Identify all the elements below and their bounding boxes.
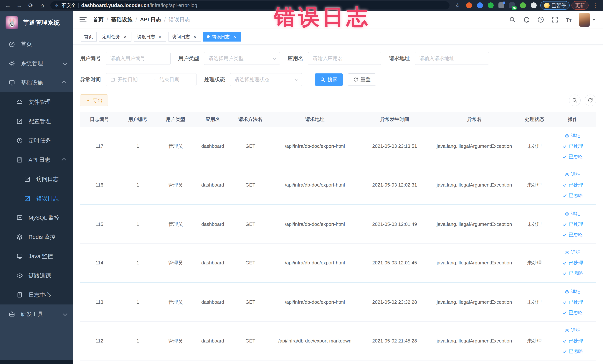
- sidebar-item-file-management[interactable]: 文件管理: [0, 92, 73, 112]
- export-button[interactable]: 导出: [80, 94, 108, 106]
- security-label[interactable]: 不安全: [61, 2, 76, 9]
- processed-link[interactable]: 已处理: [551, 336, 595, 346]
- sidebar-item-trace[interactable]: 链路追踪: [0, 266, 73, 285]
- table-cell: java.lang.IllegalArgumentException: [429, 282, 520, 322]
- start-date-placeholder: 开始日期: [118, 76, 150, 83]
- fullscreen-icon[interactable]: [551, 16, 558, 23]
- tag-access-log[interactable]: 访问日志×: [169, 32, 201, 42]
- blue-shield-extension-icon[interactable]: [476, 2, 483, 9]
- sidebar-item-error-log[interactable]: 错误日志: [0, 189, 73, 208]
- breadcrumb-item-0[interactable]: 首页: [93, 16, 104, 23]
- table-cell: 管理员: [157, 282, 194, 322]
- table-cell: dashboard: [194, 205, 231, 244]
- help-icon[interactable]: ?: [537, 16, 545, 23]
- user-type-select[interactable]: 请选择用户类型: [204, 52, 280, 65]
- sidebar-item-mysql-monitor[interactable]: MySQL 监控: [0, 208, 73, 227]
- sidebar-item-redis-monitor[interactable]: Redis 监控: [0, 227, 73, 247]
- sidebar-item-scheduled-tasks[interactable]: 定时任务: [0, 131, 73, 150]
- detail-link[interactable]: 详细: [551, 287, 595, 297]
- sidebar-item-log-center[interactable]: 日志中心: [0, 285, 73, 305]
- detail-link[interactable]: 详细: [551, 169, 595, 180]
- breadcrumb: 首页/基础设施/API 日志/错误日志: [93, 16, 190, 23]
- app-name-input[interactable]: 请输入应用名: [308, 52, 381, 65]
- search-toggle-button[interactable]: [569, 94, 580, 106]
- update-chip[interactable]: 更新: [571, 1, 589, 10]
- table-cell: 管理员: [157, 322, 194, 361]
- home-icon[interactable]: ⌂: [37, 1, 47, 10]
- gear-icon: [9, 60, 15, 67]
- processed-link[interactable]: 已处理: [551, 258, 595, 268]
- detail-link[interactable]: 详细: [551, 325, 595, 336]
- app-logo[interactable]: 🐰 芋道管理系统: [0, 11, 73, 35]
- address-bar[interactable]: ⚠ 不安全 dashboard.yudao.iocoder.cn/infra/l…: [50, 1, 450, 10]
- tag-home[interactable]: 首页: [81, 32, 97, 42]
- reload-icon[interactable]: ⟳: [26, 1, 35, 10]
- ignored-link[interactable]: 已忽略: [551, 268, 595, 279]
- ignored-link[interactable]: 已忽略: [551, 307, 595, 318]
- tag-schedule-log[interactable]: 调度日志×: [134, 32, 166, 42]
- search-icon[interactable]: [509, 16, 516, 23]
- tag-scheduled-tasks[interactable]: 定时任务×: [99, 32, 131, 42]
- calendar-icon: [110, 77, 115, 82]
- processed-link[interactable]: 已处理: [551, 297, 595, 307]
- breadcrumb-item-1[interactable]: 基础设施: [111, 16, 133, 23]
- request-url-input[interactable]: 请输入请求地址: [415, 52, 489, 65]
- sidebar-item-dev-tools[interactable]: 研发工具: [0, 305, 73, 324]
- tag-label: 访问日志: [172, 34, 190, 40]
- table-cell: 未处理: [520, 282, 549, 322]
- tag-error-log[interactable]: 错误日志×: [203, 32, 241, 42]
- edit-icon: [16, 156, 23, 163]
- sidebar-collapse-bar[interactable]: [0, 360, 73, 364]
- close-icon[interactable]: ×: [122, 34, 128, 39]
- sidebar-item-access-log[interactable]: 访问日志: [0, 169, 73, 189]
- action-label: 已处理: [568, 299, 583, 305]
- exception-time-range-picker[interactable]: 开始日期 - 结束日期: [106, 73, 197, 86]
- sidebar-item-home[interactable]: 首页: [0, 35, 73, 54]
- green-leaf-extension-icon[interactable]: [520, 2, 526, 9]
- ignored-link[interactable]: 已忽略: [551, 152, 595, 162]
- user-id-input[interactable]: 请输入用户编号: [106, 52, 171, 65]
- sidebar-item-system-management[interactable]: 系统管理: [0, 54, 73, 73]
- table-cell: dashboard: [194, 166, 231, 205]
- paused-chip[interactable]: 已暂停: [540, 1, 570, 10]
- detail-link[interactable]: 详细: [551, 209, 595, 219]
- ignored-link[interactable]: 已忽略: [551, 190, 595, 201]
- font-size-icon[interactable]: TT: [565, 16, 573, 23]
- detail-link[interactable]: 详细: [551, 131, 595, 141]
- refresh-button[interactable]: [585, 94, 596, 106]
- extensions-area: on: [466, 2, 537, 9]
- green-circle-extension-icon[interactable]: [487, 2, 494, 9]
- grid-extension-icon[interactable]: [498, 2, 505, 9]
- github-icon[interactable]: [523, 16, 530, 23]
- close-icon[interactable]: ×: [192, 34, 197, 39]
- process-status-select[interactable]: 请选择处理状态: [230, 73, 302, 86]
- eye-icon: [565, 250, 569, 255]
- sidebar-item-infrastructure[interactable]: 基础设施: [0, 73, 73, 92]
- browser-menu-icon[interactable]: ⋮: [590, 1, 600, 10]
- close-icon[interactable]: ×: [232, 34, 237, 39]
- user-menu[interactable]: [579, 13, 596, 27]
- sidebar-item-api-log[interactable]: API 日志: [0, 150, 73, 169]
- puzzle-extension-icon[interactable]: [530, 2, 537, 9]
- table-cell: dashboard: [194, 282, 231, 322]
- sidebar-item-java-monitor[interactable]: Java 监控: [0, 247, 73, 266]
- close-icon[interactable]: ×: [157, 34, 163, 39]
- detail-link[interactable]: 详细: [551, 247, 595, 258]
- back-icon[interactable]: ←: [3, 1, 13, 10]
- forward-icon[interactable]: →: [14, 1, 24, 10]
- orange-ring-extension-icon[interactable]: [466, 2, 473, 9]
- ignored-link[interactable]: 已忽略: [551, 230, 595, 240]
- hamburger-icon[interactable]: [79, 16, 87, 23]
- processed-link[interactable]: 已处理: [551, 180, 595, 190]
- proxy-switch-extension-icon[interactable]: on: [509, 2, 515, 9]
- processed-link[interactable]: 已处理: [551, 219, 595, 230]
- sidebar-item-label: 错误日志: [36, 195, 58, 202]
- table-cell: dashboard: [194, 127, 231, 166]
- processed-link[interactable]: 已处理: [551, 141, 595, 152]
- breadcrumb-item-2[interactable]: API 日志: [140, 16, 161, 23]
- ignored-link[interactable]: 已忽略: [551, 346, 595, 357]
- bookmark-star-icon[interactable]: ☆: [453, 1, 463, 10]
- search-button[interactable]: 搜索: [315, 73, 343, 86]
- sidebar-item-config-management[interactable]: 配置管理: [0, 112, 73, 131]
- reset-button[interactable]: 重置: [348, 73, 376, 86]
